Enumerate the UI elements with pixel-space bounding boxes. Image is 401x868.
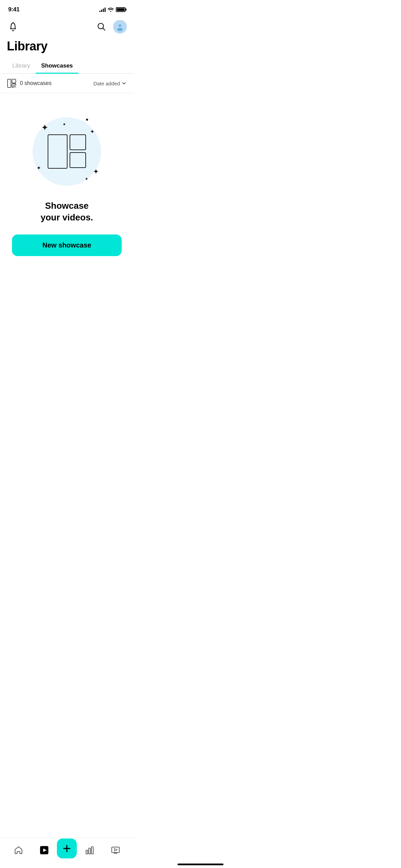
- page-title: Library: [0, 38, 134, 59]
- empty-state: ✦ ✦ ✦ ✦ Showcase your videos. New showca…: [0, 93, 134, 270]
- chevron-down-icon: [121, 81, 127, 86]
- tabs-container: Library Showcases: [0, 59, 134, 74]
- sub-header: 0 showcases Date added: [0, 74, 134, 93]
- sparkle-icon: ✦: [90, 129, 94, 134]
- showcase-illustration: ✦ ✦ ✦ ✦: [29, 114, 105, 189]
- sparkle-dot: [86, 119, 88, 121]
- svg-point-0: [98, 23, 104, 29]
- battery-icon: [116, 7, 125, 12]
- showcases-count-text: 0 showcases: [20, 80, 52, 86]
- signal-icon: [99, 7, 106, 12]
- empty-state-text: Showcase your videos.: [40, 200, 93, 224]
- date-sort-label: Date added: [93, 81, 120, 86]
- date-sort-button[interactable]: Date added: [93, 81, 127, 86]
- panel-right-bottom: [70, 152, 86, 168]
- bell-icon[interactable]: [7, 21, 19, 33]
- header: [0, 17, 134, 38]
- wifi-icon: [108, 7, 114, 12]
- showcase-add-icon[interactable]: [7, 79, 16, 88]
- status-bar: 9:41: [0, 0, 134, 17]
- showcases-count-row: 0 showcases: [7, 79, 52, 88]
- new-showcase-button[interactable]: New showcase: [12, 234, 122, 256]
- avatar[interactable]: [113, 20, 127, 34]
- search-button[interactable]: [95, 21, 108, 33]
- tab-library[interactable]: Library: [7, 59, 36, 73]
- svg-point-5: [121, 26, 121, 26]
- tab-showcases[interactable]: Showcases: [36, 59, 78, 73]
- status-time: 9:41: [8, 6, 20, 13]
- status-icons: [99, 7, 125, 12]
- header-right: [95, 20, 127, 34]
- sparkle-dot: [63, 123, 65, 125]
- svg-point-4: [119, 26, 119, 26]
- sparkle-icon: ✦: [93, 168, 98, 176]
- panel-right-top: [70, 134, 86, 150]
- svg-rect-7: [12, 79, 16, 83]
- sparkle-dot: [86, 178, 87, 180]
- panels-right: [70, 134, 86, 169]
- sparkle-icon: ✦: [37, 165, 41, 171]
- svg-rect-6: [8, 79, 11, 87]
- sparkle-icon: ✦: [41, 123, 48, 132]
- panel-left: [48, 134, 68, 169]
- showcase-layout-icon: [48, 134, 86, 169]
- svg-point-3: [117, 28, 123, 31]
